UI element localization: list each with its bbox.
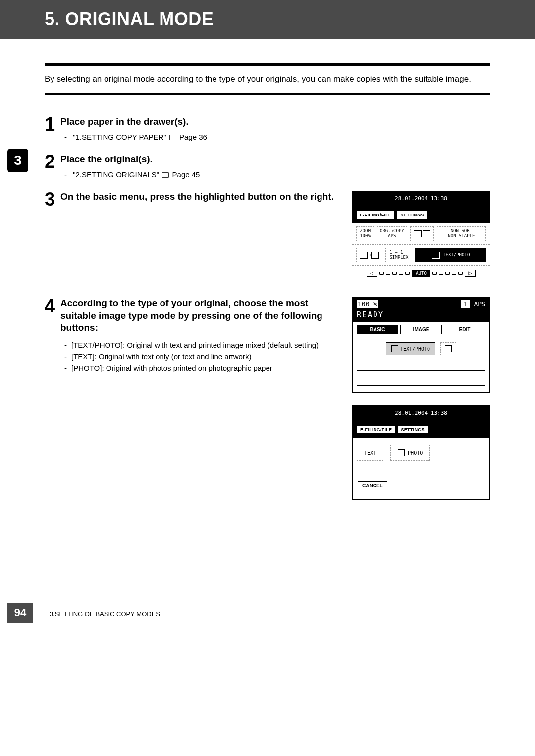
intro-paragraph: By selecting an original mode according …	[45, 73, 490, 86]
step-2: 2 Place the original(s). - "2.SETTING OR…	[45, 152, 490, 179]
tray-icon	[414, 230, 422, 237]
section-title-bar: 5. ORIGINAL MODE	[0, 0, 535, 39]
density-bar: ◁ AUTO ▷	[352, 266, 490, 282]
step-3: 3 On the basic menu, press the highlight…	[45, 190, 490, 283]
page-icon	[371, 252, 379, 259]
nav-left-button[interactable]: ◁	[367, 270, 377, 277]
content-area: By selecting an original mode according …	[0, 39, 535, 500]
image-icon	[398, 449, 405, 456]
panel-datetime: 28.01.2004 13:38	[352, 191, 490, 211]
tab-efiling[interactable]: E-FILING/FILE	[356, 211, 395, 219]
mode-select-panel: 28.01.2004 13:38 E-FILING/FILE SETTINGS …	[352, 405, 490, 500]
steps-list: 1 Place paper in the drawer(s). - "1.SET…	[45, 115, 490, 501]
rule-bottom	[45, 93, 490, 95]
tray-icon	[423, 230, 430, 237]
photo-option[interactable]: PHOTO	[390, 445, 430, 461]
image-icon	[391, 345, 398, 352]
panel3-datetime: 28.01.2004 13:38	[353, 406, 489, 425]
org-copy-cell[interactable]: ORG.→COPY APS	[377, 226, 407, 241]
zoom-cell[interactable]: ZOOM 100%	[356, 226, 374, 241]
image-mode-panel: 100 % 1 APS READY BASIC IMAGE EDIT	[352, 297, 490, 393]
book-icon	[169, 135, 176, 140]
tab-image[interactable]: IMAGE	[400, 325, 442, 334]
doc-icon	[445, 345, 452, 352]
step-title: According to the type of your original, …	[60, 297, 340, 334]
step-1: 1 Place paper in the drawer(s). - "1.SET…	[45, 115, 490, 142]
auto-button[interactable]: AUTO	[412, 270, 430, 277]
page-footer: 94 3.SETTING OF BASIC COPY MODES	[0, 599, 535, 629]
step-reference: - "2.SETTING ORIGINALS" Page 45	[64, 170, 490, 179]
text-photo-button[interactable]: TEXT/PHOTO	[415, 248, 486, 263]
sort-cell[interactable]: NON-SORT NON-STAPLE	[437, 226, 486, 241]
step-number: 2	[45, 152, 60, 179]
rule-top	[45, 63, 490, 66]
step-number: 1	[45, 115, 60, 142]
ready-label: READY	[353, 310, 489, 322]
simplex-cell[interactable]: 1 → 1 SIMPLEX	[385, 248, 412, 263]
tab-efiling[interactable]: E-FILING/FILE	[357, 425, 395, 434]
image-icon	[432, 252, 440, 259]
cancel-button[interactable]: CANCEL	[358, 481, 387, 490]
page-icon	[360, 252, 368, 259]
text-photo-option[interactable]: TEXT/PHOTO	[386, 342, 435, 355]
step-title: Place the original(s).	[60, 153, 490, 165]
basic-menu-panel: 28.01.2004 13:38 E-FILING/FILE SETTINGS …	[352, 191, 490, 283]
duplex-icon-cell[interactable]: →	[356, 248, 382, 263]
footer-chapter: 3.SETTING OF BASIC COPY MODES	[50, 599, 535, 629]
tab-settings[interactable]: SETTINGS	[397, 211, 427, 219]
option-placeholder[interactable]	[440, 342, 456, 355]
section-title: 5. ORIGINAL MODE	[45, 9, 214, 29]
step-number: 3	[45, 190, 60, 283]
page-number: 94	[7, 603, 33, 623]
step-reference: - "1.SETTING COPY PAPER" Page 36	[64, 133, 490, 141]
step-title: Place paper in the drawer(s).	[60, 116, 490, 128]
tab-edit[interactable]: EDIT	[444, 325, 485, 334]
tab-settings[interactable]: SETTINGS	[397, 425, 428, 434]
text-option[interactable]: TEXT	[357, 445, 383, 461]
book-icon	[162, 172, 169, 178]
tray-cell[interactable]	[410, 226, 434, 241]
nav-right-button[interactable]: ▷	[465, 270, 476, 277]
tab-basic[interactable]: BASIC	[357, 325, 398, 334]
step-bullets: -[TEXT/PHOTO]: Original with text and pr…	[64, 339, 340, 374]
step-title: On the basic menu, press the highlighted…	[60, 191, 340, 203]
step-number: 4	[45, 296, 60, 500]
step-4: 4 According to the type of your original…	[45, 296, 490, 500]
panel2-header: 100 % 1 APS	[353, 298, 489, 310]
